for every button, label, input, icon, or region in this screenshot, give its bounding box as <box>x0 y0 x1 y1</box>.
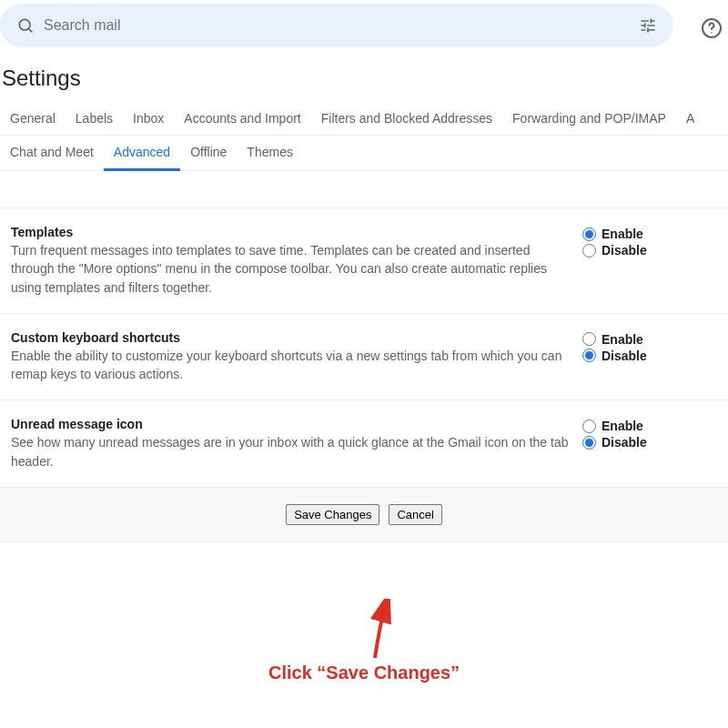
tab-general[interactable]: General <box>0 102 66 135</box>
button-row: Save Changes Cancel <box>0 488 728 542</box>
section-title: Custom keyboard shortcuts <box>11 330 571 345</box>
page-title: Settings <box>2 66 728 91</box>
help-icon[interactable] <box>701 17 723 39</box>
disable-label[interactable]: Disable <box>602 435 647 450</box>
annotation-text: Click “Save Changes” <box>268 662 460 683</box>
tab-filters[interactable]: Filters and Blocked Addresses <box>311 102 502 135</box>
tab-themes[interactable]: Themes <box>237 136 303 170</box>
section-keyboard-shortcuts: Custom keyboard shortcuts Enable the abi… <box>0 314 728 401</box>
disable-label[interactable]: Disable <box>602 243 647 258</box>
radio-templates-disable[interactable] <box>582 244 596 258</box>
enable-label[interactable]: Enable <box>602 419 643 433</box>
radio-shortcuts-enable[interactable] <box>582 332 596 346</box>
save-button[interactable]: Save Changes <box>286 504 379 525</box>
settings-tabs-row2: Chat and Meet Advanced Offline Themes <box>0 136 728 171</box>
tab-inbox[interactable]: Inbox <box>123 102 174 135</box>
svg-point-0 <box>19 19 30 30</box>
search-input[interactable] <box>44 17 630 34</box>
section-text: Turn frequent messages into templates to… <box>11 241 571 297</box>
cancel-button[interactable]: Cancel <box>389 504 441 525</box>
tab-accounts[interactable]: Accounts and Import <box>174 102 310 135</box>
svg-line-1 <box>29 29 33 33</box>
tab-addons-partial[interactable]: A <box>676 102 704 135</box>
radio-unread-enable[interactable] <box>582 420 596 433</box>
disable-label[interactable]: Disable <box>602 349 647 363</box>
section-title: Unread message icon <box>11 417 571 431</box>
enable-label[interactable]: Enable <box>602 332 643 347</box>
tab-offline[interactable]: Offline <box>180 136 237 170</box>
enable-label[interactable]: Enable <box>602 227 643 241</box>
section-title: Templates <box>11 225 571 239</box>
section-unread-icon: Unread message icon See how many unread … <box>0 400 728 488</box>
search-icon <box>7 7 44 44</box>
section-templates: Templates Turn frequent messages into te… <box>0 207 728 314</box>
radio-templates-enable[interactable] <box>582 228 596 241</box>
search-bar[interactable] <box>0 4 673 47</box>
tune-icon[interactable] <box>630 7 666 44</box>
tab-forwarding[interactable]: Forwarding and POP/IMAP <box>502 102 676 135</box>
radio-shortcuts-disable[interactable] <box>582 349 596 362</box>
svg-point-3 <box>711 32 713 34</box>
settings-tabs: General Labels Inbox Accounts and Import… <box>0 102 728 136</box>
section-text: Enable the ability to customize your key… <box>11 347 571 384</box>
tab-labels[interactable]: Labels <box>66 102 123 135</box>
tab-advanced[interactable]: Advanced <box>104 136 180 171</box>
radio-unread-disable[interactable] <box>582 436 596 450</box>
annotation-arrow <box>366 599 402 662</box>
tab-chat-meet[interactable]: Chat and Meet <box>0 136 104 170</box>
section-text: See how many unread messages are in your… <box>11 433 571 470</box>
